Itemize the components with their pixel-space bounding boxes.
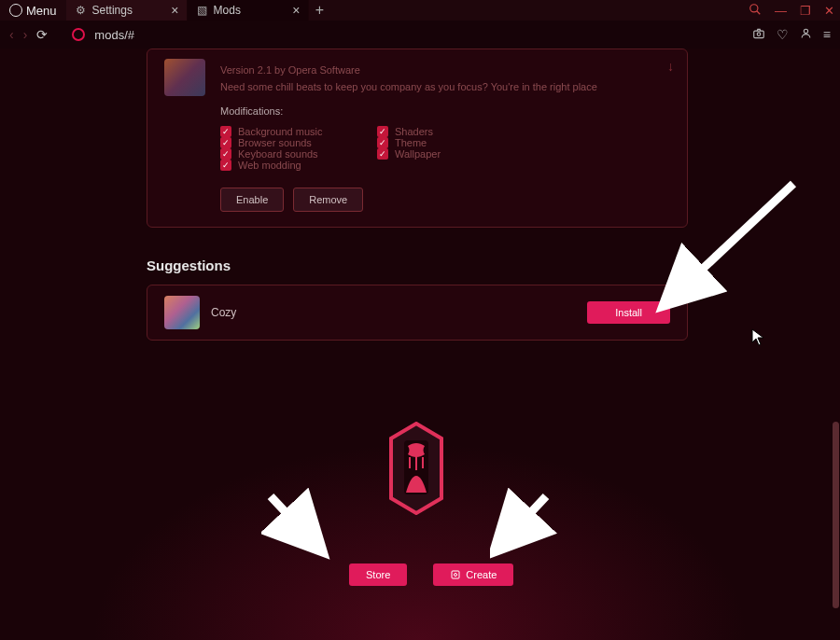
footer-buttons: Store Create [349, 563, 513, 586]
svg-point-3 [757, 32, 761, 35]
minimize-icon[interactable]: — [775, 4, 787, 18]
download-icon[interactable]: ↓ [667, 59, 674, 74]
svg-point-4 [804, 29, 807, 33]
annotation-arrow [490, 487, 565, 562]
check-item[interactable]: ✓Background music [220, 126, 360, 137]
close-icon[interactable]: × [292, 4, 300, 17]
tab-label: Mods [214, 4, 241, 17]
svg-point-11 [455, 574, 457, 577]
check-item[interactable]: ✓Shaders [377, 126, 517, 137]
easy-setup-icon[interactable]: ≡ [823, 27, 831, 43]
create-icon [450, 569, 461, 580]
content-area: ↓ Version 2.1 by Opera Software Need som… [0, 49, 840, 640]
annotation-arrow [261, 487, 336, 562]
svg-line-1 [757, 10, 761, 14]
gear-icon: ⚙ [76, 5, 87, 16]
nav-back-icon[interactable]: ‹ [9, 27, 14, 42]
check-item[interactable]: ✓Wallpaper [377, 148, 517, 160]
svg-rect-2 [754, 31, 764, 38]
tab-label: Settings [92, 4, 133, 17]
mouse-cursor-icon [751, 328, 766, 351]
suggestion-card: Cozy Install [147, 285, 688, 341]
nav-forward-icon[interactable]: › [23, 27, 28, 42]
check-item[interactable]: ✓Web modding [220, 160, 360, 171]
menu-label: Menu [26, 4, 57, 18]
checkbox-checked-icon: ✓ [377, 148, 388, 160]
mod-thumbnail [164, 59, 205, 96]
mod-emblem [387, 422, 445, 515]
menu-button[interactable]: Menu [0, 0, 66, 21]
url-text[interactable]: mods/# [94, 28, 134, 42]
modifications-label: Modifications: [220, 105, 670, 117]
svg-line-17 [504, 496, 546, 541]
suggestions-title: Suggestions [147, 257, 231, 273]
search-icon[interactable] [749, 3, 762, 19]
check-item[interactable]: ✓Keyboard sounds [220, 148, 360, 160]
url-bar: ‹ › ⟳ mods/# ♡ ≡ [0, 21, 840, 49]
opera-o-icon [72, 28, 85, 41]
close-icon[interactable]: × [171, 4, 178, 17]
checkbox-checked-icon: ✓ [377, 137, 388, 148]
checkbox-checked-icon: ✓ [220, 126, 231, 137]
checkbox-checked-icon: ✓ [377, 126, 388, 137]
remove-button[interactable]: Remove [293, 188, 363, 212]
scrollbar[interactable] [831, 49, 840, 640]
titlebar: Menu ⚙ Settings × ▧ Mods × + — ❐ ✕ [0, 0, 840, 21]
svg-line-15 [271, 496, 313, 541]
checkbox-checked-icon: ✓ [220, 148, 231, 160]
suggestion-thumbnail [164, 296, 200, 329]
window-controls: — ❐ ✕ [749, 0, 834, 21]
svg-point-0 [750, 4, 758, 11]
mods-icon: ▧ [197, 5, 208, 16]
maximize-icon[interactable]: ❐ [800, 4, 811, 18]
svg-line-13 [674, 184, 793, 296]
create-button[interactable]: Create [433, 563, 513, 586]
heart-icon[interactable]: ♡ [777, 27, 789, 43]
svg-rect-10 [452, 571, 459, 578]
snapshot-icon[interactable] [752, 27, 765, 43]
checkbox-checked-icon: ✓ [220, 160, 231, 171]
new-tab-button[interactable]: + [309, 2, 331, 19]
tab-settings[interactable]: ⚙ Settings × [66, 0, 188, 21]
checkbox-checked-icon: ✓ [220, 137, 231, 148]
check-item[interactable]: ✓Browser sounds [220, 137, 360, 148]
close-window-icon[interactable]: ✕ [824, 4, 834, 18]
store-button[interactable]: Store [349, 563, 407, 586]
profile-icon[interactable] [800, 27, 812, 43]
reload-icon[interactable]: ⟳ [36, 27, 48, 42]
check-item[interactable]: ✓Theme [377, 137, 517, 148]
opera-logo-icon [9, 4, 22, 17]
mod-card: ↓ Version 2.1 by Opera Software Need som… [147, 49, 688, 228]
mod-description: Need some chill beats to keep you compan… [220, 81, 670, 92]
scrollbar-thumb[interactable] [833, 422, 839, 608]
mod-version: Version 2.1 by Opera Software [220, 64, 670, 76]
suggestion-name: Cozy [211, 306, 236, 319]
install-button[interactable]: Install [587, 301, 670, 324]
modifications-grid: ✓Background music ✓Browser sounds ✓Keybo… [220, 126, 670, 171]
enable-button[interactable]: Enable [220, 188, 284, 212]
tab-mods[interactable]: ▧ Mods × [188, 0, 309, 21]
